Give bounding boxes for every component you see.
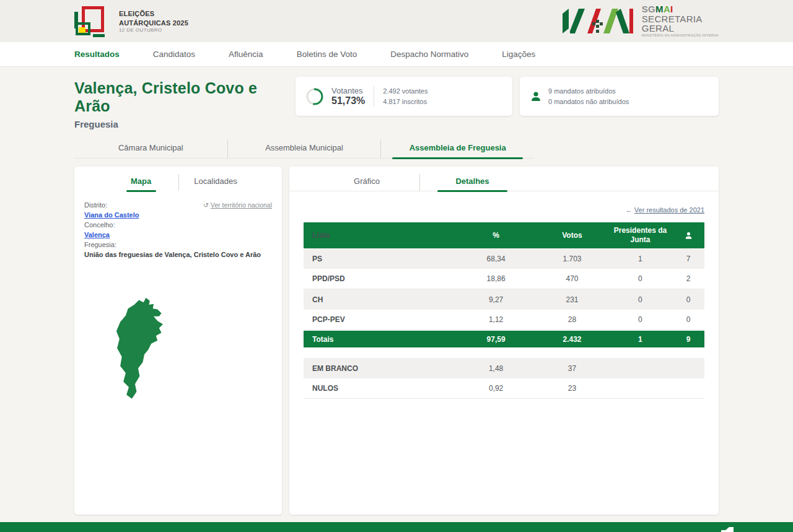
- cell-lista: EM BRANCO: [304, 364, 456, 373]
- critical-software-logo[interactable]: Critical software: [715, 527, 740, 532]
- cell-lista: PS: [304, 255, 456, 263]
- cell-presidentes: 0: [608, 274, 673, 283]
- table-row: NULOS0,9223: [304, 378, 704, 399]
- map-field-value-1[interactable]: Valença: [84, 230, 110, 240]
- map-info: Distrito:Viana do CasteloConcelho:Valenç…: [74, 191, 282, 260]
- results-2021-link[interactable]: ← Ver resultados de 2021: [304, 206, 704, 214]
- table-header: Lista % Votos Presidentes da Junta: [304, 222, 704, 248]
- map-field-value-2: União das freguesias de Valença, Cristel…: [84, 250, 272, 260]
- cell-pct: 18,86: [456, 274, 536, 283]
- cell-lista: PCP-PEV: [304, 315, 456, 324]
- cell-mandatos: 0: [672, 295, 704, 304]
- sgmai-logo[interactable]: SGMAI SECRETARIA GERAL MINISTÉRIO DA ADM…: [560, 4, 719, 38]
- cell-votos: 23: [536, 384, 608, 393]
- turnout-percent: 51,73%: [331, 95, 365, 107]
- table-row: PPD/PSD18,8647002: [304, 269, 704, 289]
- nav-item-candidatos[interactable]: Candidatos: [153, 50, 195, 59]
- cell-pct: 0,92: [456, 384, 536, 393]
- turnout-ring-icon: [305, 87, 324, 106]
- tab-camara[interactable]: Câmara Municipal: [74, 139, 227, 158]
- cell-votos: 37: [536, 364, 608, 373]
- col-mandates-person-icon: [672, 231, 704, 240]
- tab-grafico[interactable]: Gráfico: [314, 174, 419, 191]
- nav-item-resultados[interactable]: Resultados: [74, 50, 120, 59]
- sgmai-acronym: SGMAI: [642, 4, 719, 14]
- map-field-label-2: Freguesia:: [84, 240, 272, 250]
- turnout-voters: 2.492 votantes: [383, 86, 427, 97]
- table-row: PS68,341.70317: [304, 248, 704, 269]
- blank-null-rows: EM BRANCO1,4837NULOS0,9223: [304, 358, 704, 399]
- head-row: Valença, Cristelo Covo e Arão Freguesia …: [0, 77, 793, 129]
- panels-row: MapaLocalidades Distrito:Viana do Castel…: [0, 167, 793, 515]
- map-field-label-1: Concelho:: [84, 220, 272, 230]
- top-header: ELEIÇÕES AUTÁRQUICAS 2025 12 DE OUTUBRO …: [0, 0, 793, 42]
- footer: ResultadosCandidatosAfluênciaBoletins de…: [0, 522, 793, 532]
- map-tabs: MapaLocalidades: [74, 174, 282, 191]
- critical-mark-icon: [721, 527, 734, 532]
- tab-localidades[interactable]: Localidades: [178, 174, 253, 191]
- table-row: PCP-PEV1,122800: [304, 310, 704, 330]
- cell-pct: 68,34: [456, 255, 536, 263]
- col-votos: Votos: [536, 231, 608, 240]
- cell-votos: 28: [536, 315, 608, 324]
- cell-presidentes: 0: [608, 315, 673, 324]
- cell-lista: PPD/PSD: [304, 274, 456, 283]
- cell-votos: 470: [536, 274, 608, 283]
- elections-logo-line1: ELEIÇÕES: [119, 9, 188, 18]
- cell-mandatos: 2: [672, 274, 704, 283]
- cell-mandatos: 0: [672, 315, 704, 324]
- table-totals-row: Totais 97,59 2.432 1 9: [304, 331, 704, 347]
- results-panel: GráficoDetalhes ← Ver resultados de 2021…: [289, 167, 719, 515]
- nav-item-boletins[interactable]: Boletins de Voto: [297, 50, 357, 59]
- mandates-assigned: 9 mandatos atribuídos: [548, 86, 629, 97]
- sgmai-caption: MINISTÉRIO DA ADMINISTRAÇÃO INTERNA: [642, 34, 719, 38]
- cell-mandatos: 7: [672, 255, 704, 263]
- mai-mark-icon: [560, 6, 636, 36]
- cell-presidentes: 0: [608, 295, 673, 304]
- cell-pct: 1,12: [456, 315, 536, 324]
- map-field-value-0[interactable]: Viana do Castelo: [84, 211, 139, 220]
- results-table: Lista % Votos Presidentes da Junta PS68,…: [304, 222, 704, 399]
- elections-logo-date: 12 DE OUTUBRO: [119, 27, 188, 33]
- elections-logo[interactable]: ELEIÇÕES AUTÁRQUICAS 2025 12 DE OUTUBRO: [74, 5, 188, 37]
- sgmai-line3: GERAL: [642, 24, 719, 33]
- results-tabs: GráficoDetalhes: [289, 174, 719, 191]
- cell-presidentes: 1: [608, 255, 673, 263]
- turnout-registered: 4.817 inscritos: [383, 97, 427, 107]
- freguesia-map[interactable]: [104, 292, 282, 411]
- nav-item-ligacoes[interactable]: Ligações: [502, 50, 535, 59]
- col-percent: %: [456, 231, 536, 240]
- sgmai-line2: SECRETARIA: [642, 14, 719, 24]
- nav-item-despacho[interactable]: Despacho Normativo: [390, 50, 468, 59]
- undo-icon: ↺: [203, 201, 209, 209]
- main-nav: ResultadosCandidatosAfluênciaBoletins de…: [0, 42, 793, 67]
- col-lista: Lista: [304, 231, 456, 240]
- mandates-unassigned: 0 mandatos não atribuídos: [548, 97, 629, 107]
- tab-assembleia-freguesia[interactable]: Assembleia de Freguesia: [380, 139, 534, 158]
- turnout-card: Votantes 51,73% 2.492 votantes 4.817 ins…: [296, 77, 512, 116]
- page-title: Valença, Cristelo Covo e Arão: [74, 79, 288, 115]
- nav-item-afluencia[interactable]: Afluência: [229, 50, 263, 59]
- col-presidentes: Presidentes da Junta: [608, 226, 673, 245]
- cell-votos: 1.703: [536, 255, 608, 263]
- tab-mapa[interactable]: Mapa: [104, 174, 178, 191]
- national-territory-link[interactable]: ↺ Ver território nacional: [203, 201, 272, 210]
- arrow-left-icon: ←: [626, 206, 633, 214]
- person-icon: [530, 90, 542, 103]
- cell-pct: 9,27: [456, 295, 536, 304]
- mandates-card: 9 mandatos atribuídos 0 mandatos não atr…: [520, 77, 719, 116]
- tab-detalhes[interactable]: Detalhes: [419, 174, 525, 191]
- cell-lista: NULOS: [304, 384, 456, 393]
- organ-tabs: Câmara MunicipalAssembleia MunicipalAsse…: [74, 139, 534, 159]
- tab-assembleia-municipal[interactable]: Assembleia Municipal: [227, 139, 381, 158]
- table-row: CH9,2723100: [304, 289, 704, 310]
- turnout-label: Votantes: [331, 86, 365, 95]
- page-subtitle: Freguesia: [74, 119, 288, 129]
- elections-logo-icon: [74, 5, 110, 37]
- cell-votos: 231: [536, 295, 608, 304]
- map-panel: MapaLocalidades Distrito:Viana do Castel…: [74, 167, 282, 515]
- elections-logo-line2: AUTÁRQUICAS 2025: [119, 19, 188, 27]
- map-shape-icon: [104, 292, 197, 409]
- cell-pct: 1,48: [456, 364, 536, 373]
- table-row: EM BRANCO1,4837: [304, 358, 704, 378]
